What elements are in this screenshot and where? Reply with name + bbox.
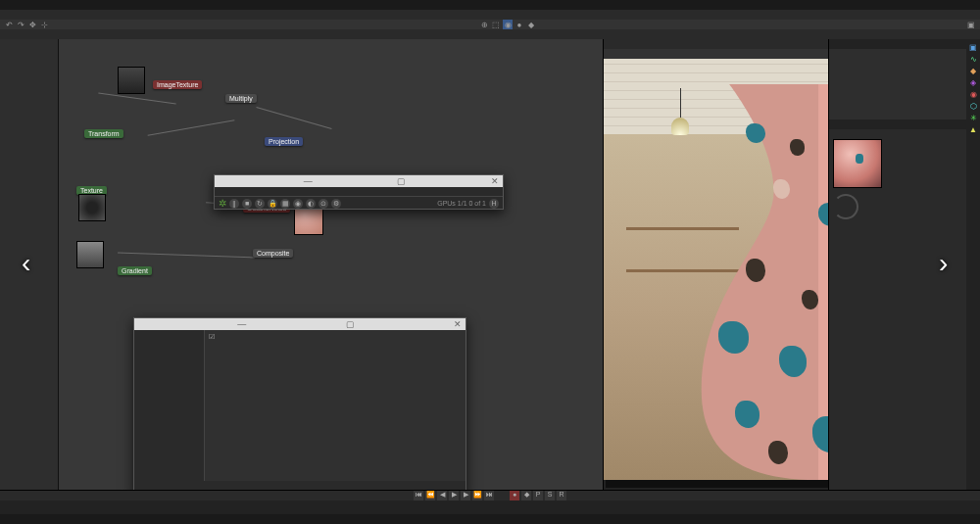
settings-icon[interactable]: ⚙	[331, 199, 341, 209]
node-color-tabs	[59, 39, 603, 49]
close-icon[interactable]: ✕	[491, 176, 499, 186]
node[interactable]: Transform	[84, 129, 123, 138]
gpu-label: GPUs 1/1 0 of 1	[437, 200, 486, 207]
main-toolbar: ↶ ↷ ✥ ⊹ ⊕ ⬚ ◉ ● ◆ ▣	[0, 20, 980, 29]
window-titlebar[interactable]: — ▢ ✕	[134, 318, 466, 330]
material-preview	[833, 139, 882, 188]
play-icon[interactable]: ▶	[449, 491, 459, 500]
axis-icon[interactable]: ⊹	[39, 20, 49, 29]
live-icon[interactable]: ◉	[503, 20, 513, 29]
attribute-panel[interactable]	[829, 129, 966, 490]
attr-panel-tabs	[829, 119, 966, 129]
generator-icon[interactable]: ◆	[968, 67, 978, 76]
node[interactable]: Composite	[253, 249, 293, 258]
light-icon[interactable]: ✳	[968, 114, 978, 123]
clay-icon[interactable]: ◐	[306, 199, 316, 209]
node[interactable]: Multiply	[225, 94, 257, 103]
object-list[interactable]	[829, 49, 966, 119]
maximize-icon[interactable]: ▢	[346, 319, 355, 329]
camera-icon[interactable]: ◉	[293, 199, 303, 209]
goto-start-icon[interactable]: ⏮	[414, 491, 423, 500]
octane-logo-icon	[833, 194, 858, 219]
close-icon[interactable]: ✕	[454, 319, 462, 329]
scene-icon[interactable]: ⬡	[968, 102, 978, 112]
move-icon[interactable]: ✥	[27, 20, 37, 29]
render-settings-window[interactable]: — ▢ ✕ ☑	[133, 317, 466, 494]
maximize-icon[interactable]: ▢	[397, 176, 406, 186]
autokey-icon[interactable]: ◆	[521, 491, 531, 500]
node-thumb[interactable]	[78, 194, 106, 221]
next-key-icon[interactable]: ⏩	[472, 491, 482, 500]
prev-arrow-icon[interactable]: ‹	[22, 248, 41, 277]
node-editor-pane[interactable]: ImageTexture Transform Multiply Projecti…	[59, 39, 603, 490]
node-editor-header	[0, 29, 980, 39]
prev-frame-icon[interactable]: ◀	[437, 491, 447, 500]
focus-icon[interactable]: ⊙	[318, 199, 328, 209]
lock-icon[interactable]: 🔒	[268, 199, 277, 209]
node-thumb[interactable]	[76, 241, 104, 268]
title-tabs	[0, 0, 980, 10]
reload-icon[interactable]: ↻	[255, 199, 265, 209]
playback-menu	[215, 187, 503, 197]
node[interactable]: Projection	[265, 137, 303, 146]
deformer-icon[interactable]: ◈	[968, 78, 978, 88]
next-arrow-icon[interactable]: ›	[939, 248, 958, 277]
render-icon[interactable]: ▣	[966, 20, 976, 29]
object-panel-tabs	[829, 39, 966, 49]
node[interactable]: Gradient	[118, 266, 152, 275]
field-icon[interactable]: ◉	[968, 90, 978, 100]
settings-form: ☑	[205, 330, 466, 481]
minimize-icon[interactable]: —	[237, 319, 246, 329]
record-icon[interactable]: ●	[510, 491, 519, 500]
timeline[interactable]: ⏮ ⏪ ◀ ▶ ▶ ⏩ ⏭ ● ◆ P S R	[0, 490, 980, 514]
globe-icon[interactable]: ⊕	[479, 20, 489, 29]
pause-icon[interactable]: ‖	[229, 199, 239, 209]
octane-playback-window[interactable]: — ▢ ✕ ✲ ‖ ■ ↻ 🔒 ▦ ◉ ◐ ⊙ ⚙ GPUs 1/1 0 of …	[214, 174, 504, 210]
key-pos-icon[interactable]: P	[533, 491, 543, 500]
spline-icon[interactable]: ∿	[968, 55, 978, 65]
camera-icon[interactable]: ▲	[968, 125, 978, 135]
key-scale-icon[interactable]: S	[545, 491, 555, 500]
cube-icon[interactable]: ▣	[968, 43, 978, 53]
snap-icon[interactable]: ⬚	[491, 20, 501, 29]
prev-key-icon[interactable]: ⏪	[425, 491, 435, 500]
goto-end-icon[interactable]: ⏭	[484, 491, 494, 500]
node-thumb[interactable]	[118, 67, 145, 94]
stop-icon[interactable]: ■	[242, 199, 252, 209]
region-icon[interactable]: ▦	[280, 199, 290, 209]
hdr-icon[interactable]: H	[489, 199, 499, 209]
undo-icon[interactable]: ↶	[4, 20, 14, 29]
next-frame-icon[interactable]: ▶	[461, 491, 470, 500]
minimize-icon[interactable]: —	[304, 176, 313, 186]
status-bar	[0, 514, 980, 524]
record-icon[interactable]: ●	[514, 20, 524, 29]
key-icon[interactable]: ◆	[526, 20, 536, 29]
main-menu	[0, 10, 980, 20]
key-rot-icon[interactable]: R	[557, 491, 566, 500]
redo-icon[interactable]: ↷	[16, 20, 25, 29]
node[interactable]: ImageTexture	[153, 80, 202, 89]
node-thumb[interactable]	[294, 206, 323, 235]
settings-categories[interactable]	[134, 330, 205, 481]
timeline-ruler[interactable]	[0, 500, 980, 515]
window-titlebar[interactable]: — ▢ ✕	[215, 175, 503, 187]
right-tool-strip: ▣ ∿ ◆ ◈ ◉ ⬡ ✳ ▲	[966, 39, 980, 490]
gear-icon[interactable]: ✲	[219, 198, 226, 209]
